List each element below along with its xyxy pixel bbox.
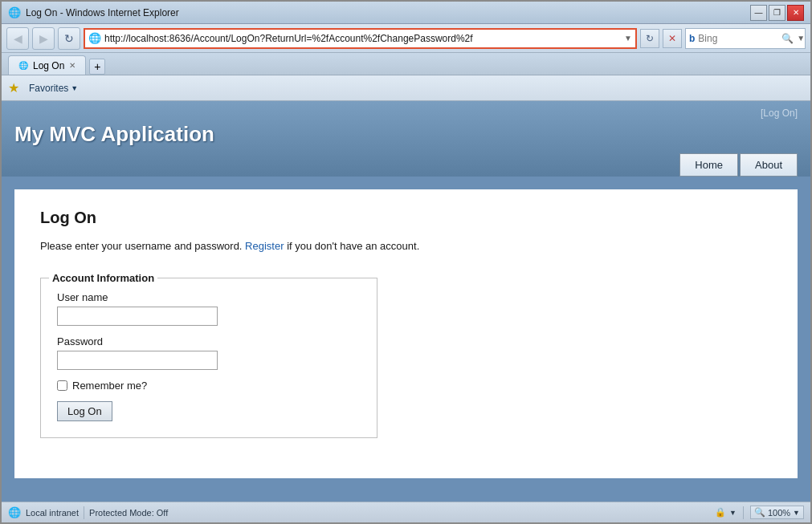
forward-button[interactable]: ▶ — [32, 27, 55, 50]
username-label: User name — [57, 291, 361, 303]
header-logon-suffix: ] — [795, 108, 798, 119]
favorites-button[interactable]: Favorites ▼ — [24, 81, 83, 95]
logon-description: Please enter your username and password.… — [40, 240, 772, 252]
favorites-label: Favorites — [29, 83, 68, 94]
window-title: Log On - Windows Internet Explorer — [26, 7, 179, 18]
status-separator-2 — [743, 506, 744, 519]
tab-favicon: 🌐 — [18, 61, 28, 70]
zoom-dropdown-icon[interactable]: ▼ — [793, 509, 800, 517]
security-arrow[interactable]: ▼ — [729, 509, 737, 517]
zoom-level: 100% — [768, 508, 790, 518]
site-header: [ Log On ] My MVC Application Home About — [2, 101, 810, 177]
title-bar-controls: — ❐ ✕ — [750, 5, 804, 21]
content-box: Log On Please enter your username and pa… — [14, 189, 798, 478]
remember-me-group: Remember me? — [57, 380, 361, 392]
nav-bar: ◀ ▶ ↻ 🌐 ▼ ↻ ✕ b 🔍 ▼ — [2, 24, 810, 53]
status-zone: Local intranet — [26, 508, 79, 518]
security-badge[interactable]: 🔒 ▼ — [715, 507, 737, 518]
nav-about-button[interactable]: About — [740, 153, 798, 177]
ie-icon: 🌐 — [8, 6, 21, 19]
title-bar: 🌐 Log On - Windows Internet Explorer — ❐… — [2, 2, 810, 24]
status-right: 🔒 ▼ 🔍 100% ▼ — [715, 506, 804, 519]
search-options-dropdown[interactable]: ▼ — [797, 34, 805, 43]
title-bar-left: 🌐 Log On - Windows Internet Explorer — [8, 6, 179, 19]
new-tab-button[interactable]: + — [89, 59, 105, 75]
password-input[interactable] — [57, 351, 218, 370]
logon-submit-button[interactable]: Log On — [57, 401, 112, 421]
address-icon: 🌐 — [88, 32, 101, 45]
description-suffix: if you don't have an account. — [287, 240, 419, 252]
nav-home-button[interactable]: Home — [679, 153, 738, 177]
status-left: 🌐 Local intranet Protected Mode: Off — [8, 506, 708, 519]
status-protected-mode: Protected Mode: Off — [89, 508, 168, 518]
description-prefix: Please enter your username and password. — [40, 240, 245, 252]
search-input[interactable] — [698, 33, 778, 44]
zoom-control[interactable]: 🔍 100% ▼ — [750, 506, 804, 519]
account-info-box: Account Information User name Password R… — [40, 278, 377, 438]
nav-menu: Home About — [14, 153, 798, 177]
status-bar: 🌐 Local intranet Protected Mode: Off 🔒 ▼… — [2, 502, 810, 522]
refresh-button[interactable]: ↻ — [58, 27, 80, 50]
tabs-bar: 🌐 Log On ✕ + — [2, 53, 810, 75]
tab-label: Log On — [33, 60, 64, 71]
browser-content: [ Log On ] My MVC Application Home About… — [2, 101, 810, 502]
password-group: Password — [57, 335, 361, 370]
header-logon-link[interactable]: Log On — [763, 108, 794, 119]
go-button[interactable]: ↻ — [640, 29, 659, 48]
favorites-dropdown-icon[interactable]: ▼ — [71, 84, 78, 92]
address-input[interactable] — [104, 33, 621, 44]
register-link[interactable]: Register — [245, 240, 284, 252]
minimize-button[interactable]: — — [750, 5, 767, 21]
tab-logon[interactable]: 🌐 Log On ✕ — [8, 55, 86, 75]
logon-heading: Log On — [40, 209, 772, 227]
header-top: [ Log On ] — [14, 108, 798, 122]
close-button[interactable]: ✕ — [787, 5, 804, 21]
stop-button[interactable]: ✕ — [663, 29, 682, 48]
status-separator-1 — [84, 506, 84, 519]
zoom-icon: 🔍 — [754, 507, 765, 518]
address-dropdown[interactable]: ▼ — [624, 34, 632, 43]
remember-me-label: Remember me? — [72, 380, 147, 392]
back-button[interactable]: ◀ — [6, 27, 29, 50]
bing-icon: b — [689, 33, 695, 44]
search-button[interactable]: 🔍 — [781, 33, 794, 44]
lock-icon: 🔒 — [715, 507, 726, 518]
address-bar: 🌐 ▼ — [84, 28, 637, 49]
favorites-star[interactable]: ★ — [8, 80, 19, 95]
command-bar: ★ Favorites ▼ — [2, 75, 810, 101]
page-content: Log On Please enter your username and pa… — [2, 177, 810, 502]
tab-close-button[interactable]: ✕ — [69, 61, 75, 70]
username-input[interactable] — [57, 307, 218, 326]
status-globe-icon: 🌐 — [8, 506, 21, 518]
search-box: b 🔍 ▼ — [685, 28, 806, 49]
browser-window: 🌐 Log On - Windows Internet Explorer — ❐… — [0, 0, 812, 524]
restore-button[interactable]: ❐ — [769, 5, 785, 21]
password-label: Password — [57, 335, 361, 347]
account-info-legend: Account Information — [49, 272, 157, 284]
username-group: User name — [57, 291, 361, 326]
remember-me-checkbox[interactable] — [57, 380, 67, 391]
site-title: My MVC Application — [14, 122, 798, 153]
